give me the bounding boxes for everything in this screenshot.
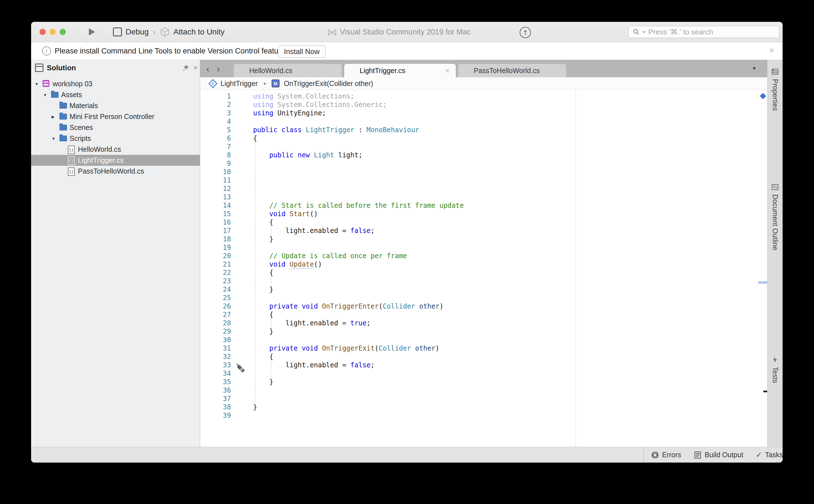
line-number[interactable]: 9 [200,159,231,168]
resize-grip[interactable] [779,459,780,460]
collapse-icon[interactable]: ▼ [43,89,47,100]
code-line [253,143,464,151]
line-number[interactable]: 14 [200,201,231,210]
code-editor[interactable]: 1234567891011121314151617181920212223242… [200,90,767,447]
navigate-back-icon[interactable]: ‹ [206,63,210,74]
main-content: Solution × ▼workshop 03▼AssetsMaterials▶… [31,60,783,447]
updates-icon[interactable]: ↑ [520,27,531,38]
collapse-icon[interactable]: ▼ [35,78,39,89]
tab-lighttrigger-cs[interactable]: LightTrigger.cs× [344,64,456,77]
csharp-file-icon: {} [68,146,75,154]
tree-item-scenes[interactable]: Scenes [31,122,200,133]
line-number[interactable]: 3 [200,109,231,117]
tab-navigation: ‹ › [206,60,220,77]
tree-item-mini-first-person-controller[interactable]: ▶Mini First Person Controller [31,111,200,122]
line-number[interactable]: 13 [200,193,231,201]
tree-item-helloworld-cs[interactable]: {}HelloWorld.cs [31,144,200,155]
close-window-button[interactable] [39,29,46,35]
errors-button[interactable]: Errors [651,451,681,459]
build-output-button[interactable]: Build Output [694,451,743,459]
tab-properties[interactable]: Properties [768,68,783,111]
line-number[interactable]: 31 [200,344,231,353]
csharp-file-icon: {} [68,167,75,176]
line-number[interactable]: 23 [200,277,231,285]
line-number[interactable]: 32 [200,353,231,361]
line-number[interactable]: 17 [200,227,231,235]
line-number[interactable]: 37 [200,395,231,403]
window-title: Visual Studio Community 2019 for Mac [340,28,471,36]
tree-item-assets[interactable]: ▼Assets [31,89,200,100]
code-line: light.enabled = false; [253,361,464,369]
line-number[interactable]: 26 [200,302,231,311]
run-icon[interactable] [89,28,95,36]
line-number[interactable]: 19 [200,243,231,252]
zoom-window-button[interactable] [60,29,66,35]
folder-icon [59,124,67,130]
line-number[interactable]: 2 [200,101,231,109]
pin-icon[interactable] [182,64,190,71]
line-number[interactable]: 21 [200,260,231,269]
line-number[interactable]: 27 [200,311,231,319]
collapse-icon[interactable]: ▼ [52,133,55,144]
search-placeholder: Press '⌘.' to search [648,28,713,36]
close-notification-icon[interactable]: × [769,46,774,55]
search-icon [633,28,640,36]
line-number[interactable]: 36 [200,386,231,395]
breadcrumb-class[interactable]: LightTrigger [221,80,258,88]
close-tab-icon[interactable]: × [445,66,450,75]
line-number[interactable]: 11 [200,176,231,185]
minimize-window-button[interactable] [50,29,56,35]
tab-helloworld-cs[interactable]: HelloWorld.cs [234,64,342,77]
configuration-selector[interactable]: Debug [125,27,149,36]
line-number[interactable]: 22 [200,269,231,277]
tree-item-lighttrigger-cs[interactable]: {}LightTrigger.cs [31,155,200,166]
line-number[interactable]: 39 [200,411,231,420]
line-number[interactable]: 28 [200,319,231,327]
tab-label: LightTrigger.cs [360,67,405,75]
status-separator [643,447,644,463]
folder-icon [51,91,59,98]
tasks-button[interactable]: ✓ Tasks [756,450,783,459]
line-number[interactable]: 30 [200,336,231,344]
folder-icon [59,113,67,120]
line-number[interactable]: 6 [200,134,231,143]
breadcrumb-method[interactable]: OnTriggerExit(Collider other) [284,80,373,88]
line-number[interactable]: 29 [200,327,231,336]
tab-document-outline[interactable]: Document Outline [768,183,783,250]
line-number[interactable]: 20 [200,252,231,260]
search-input[interactable]: Press '⌘.' to search [628,26,780,38]
line-number[interactable]: 25 [200,294,231,302]
tree-item-passtohelloworld-cs[interactable]: {}PassToHelloWorld.cs [31,166,200,177]
folder-icon [59,102,67,109]
line-number[interactable]: 16 [200,218,231,227]
line-number[interactable]: 34 [200,369,231,378]
tab-passtohelloworld-cs[interactable]: PassToHelloWorld.cs [458,64,566,77]
expand-icon[interactable]: ▶ [52,111,55,122]
document-tabs: HelloWorld.csLightTrigger.cs×PassToHello… [234,64,566,77]
tree-item-materials[interactable]: Materials [31,100,200,111]
tab-list-dropdown-icon[interactable]: ▼ [752,60,757,77]
line-number[interactable]: 4 [200,117,231,126]
line-number[interactable]: 35 [200,378,231,386]
close-pad-icon[interactable]: × [193,63,198,73]
line-number[interactable]: 38 [200,403,231,411]
line-number[interactable]: 5 [200,126,231,134]
code-line [253,185,464,193]
line-number[interactable]: 15 [200,210,231,218]
status-buttons: Errors Build Output ✓ Tasks [651,447,769,463]
line-number[interactable]: 33 [200,361,231,369]
tab-tests[interactable]: Tests [768,356,783,383]
line-number[interactable]: 24 [200,285,231,294]
line-number[interactable]: 8 [200,151,231,159]
line-number[interactable]: 1 [200,92,231,101]
line-number[interactable]: 7 [200,143,231,151]
line-number[interactable]: 10 [200,168,231,176]
line-number[interactable]: 18 [200,235,231,243]
line-number[interactable]: 12 [200,185,231,193]
navigate-forward-icon[interactable]: › [217,63,220,74]
install-now-button[interactable]: Install Now [278,45,326,58]
tree-item-scripts[interactable]: ▼Scripts [31,133,200,144]
scrollbar-marker-blue [758,281,767,284]
tree-item-workshop-03[interactable]: ▼workshop 03 [31,78,200,89]
attach-target-selector[interactable]: Attach to Unity [173,27,225,36]
